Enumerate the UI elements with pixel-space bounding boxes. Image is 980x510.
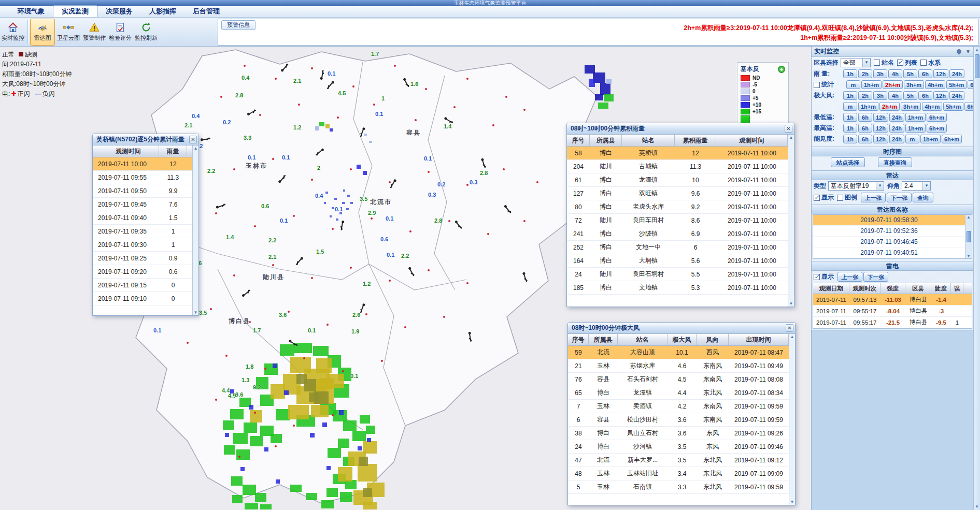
wind-range-button[interactable]: 3h (873, 91, 887, 100)
legend-expand-button[interactable]: + (778, 66, 785, 73)
window-scrollbar[interactable]: ▲▼ (192, 145, 198, 315)
close-icon[interactable]: ✕ (785, 125, 792, 133)
rain-range-button[interactable]: 24h (949, 69, 964, 78)
verification-score-button[interactable]: 检验评分 (108, 19, 133, 46)
menu-weather-modification[interactable]: 人影指挥 (141, 6, 184, 17)
wind-range-button[interactable]: 6h (918, 91, 932, 100)
visibility-range-button[interactable]: 24h (889, 135, 904, 143)
rain-auto-range-button[interactable]: 4h+m (925, 80, 945, 89)
tmax-range-button[interactable]: 1h (843, 124, 857, 133)
table-row[interactable]: 252博白 文地一中6 2019-07-11 10:00 (567, 241, 788, 254)
rain-range-button[interactable]: 5h (903, 69, 917, 78)
column-header[interactable]: 风向 (697, 334, 729, 345)
radar-image-item[interactable]: 2019-07-11 09:46:45 (813, 237, 965, 247)
tmin-range-button[interactable]: 1h (843, 113, 857, 122)
table-row[interactable]: 47北流 新丰大罗...3.5 东北风2019-07-11 09:12 (568, 454, 789, 467)
column-header[interactable]: 序号 (568, 334, 589, 345)
table-row[interactable]: 2019-07-11 09:401.5 (93, 211, 192, 225)
table-row[interactable]: 21玉林 苏烟水库4.6 东南风2019-07-11 09:49 (568, 359, 789, 373)
visibility-range-button[interactable]: 1h+m (920, 135, 941, 143)
column-header[interactable]: 区县 (905, 283, 931, 294)
warning-make-button[interactable]: 预警制作 (82, 19, 107, 46)
table-row[interactable]: 38博白 凤山立石村3.6 东风2019-07-11 09:26 (568, 427, 789, 440)
table-row[interactable]: 6容县 松山沙田村3.6 东南风2019-07-11 09:59 (568, 413, 789, 427)
rain-auto-range-button[interactable]: 2h+m (883, 80, 903, 89)
table-row[interactable]: 127博白 双旺镇9.6 2019-07-11 10:00 (567, 187, 788, 200)
table-row[interactable]: 2019-07-11 09:200.6 (93, 265, 192, 279)
radar-map-button[interactable]: 雷达图 (30, 19, 55, 46)
tmax-range-button[interactable]: 6h (858, 124, 872, 133)
tmax-range-button[interactable]: 12h (873, 124, 888, 133)
checkbox-radar-legend[interactable]: 图例 (837, 193, 857, 202)
wind-range-button[interactable]: 24h (949, 91, 964, 100)
tmax-range-button[interactable]: 24h (889, 124, 904, 133)
table-row[interactable]: 80博白 老虎头水库9.2 2019-07-11 10:00 (567, 200, 788, 214)
window-titlebar[interactable]: 08时~10时00分钟累积雨量 ✕ (567, 123, 794, 135)
table-row[interactable]: 24博白 沙河镇3.5 东风2019-07-11 09:46 (568, 440, 789, 454)
pin-icon[interactable] (956, 48, 962, 55)
satellite-cloud-button[interactable]: 卫星云图 (56, 19, 81, 46)
checkbox-radar-show[interactable]: 显示 (814, 193, 834, 202)
window-scrollbar[interactable]: ▲▼ (789, 334, 795, 505)
column-header[interactable]: 所属县 (589, 334, 618, 345)
tmin-range-button[interactable]: 12h (873, 113, 888, 122)
radar-query-button[interactable]: 查询 (913, 193, 933, 202)
table-row[interactable]: 2019-07-11 09:250.9 (93, 252, 192, 265)
tmin-range-button[interactable]: 24h (889, 113, 904, 122)
list-scrollbar[interactable]: ▲▼ (965, 215, 972, 258)
table-row[interactable]: 164博白 大垌镇5.6 2019-07-11 10:00 (567, 254, 788, 268)
table-row[interactable]: 61博白 龙潭镇10 2019-07-11 10:00 (567, 173, 788, 187)
table-row[interactable]: 241博白 沙陂镇6.9 2019-07-11 10:00 (567, 227, 788, 241)
checkbox-statistics[interactable]: 统计 (814, 80, 843, 89)
radar-elevation-select[interactable]: 2.4▾ (902, 181, 931, 191)
rain-auto-range-button[interactable]: m (846, 80, 860, 89)
timeseries-button[interactable]: 站点选择 (831, 157, 865, 167)
wind-auto-range-button[interactable]: 5h+m (943, 102, 963, 111)
menu-admin[interactable]: 后台管理 (184, 6, 228, 17)
rain-range-button[interactable]: 1h (843, 69, 857, 78)
radar-next-button[interactable]: 下一张 (887, 193, 912, 202)
table-row[interactable]: 59北流 大容山顶10.1 西风2019-07-11 08:47 (568, 346, 789, 359)
rain-range-button[interactable]: 4h (888, 69, 902, 78)
column-header[interactable]: 序号 (567, 135, 590, 146)
menu-environment[interactable]: 环境气象 (9, 6, 53, 17)
table-row[interactable]: 2019-07-11 09:457.6 (93, 198, 192, 211)
window-titlebar[interactable]: 英桥镇(N5702)逐5分钟累计雨量 ✕ (93, 134, 198, 145)
scroll-thumb[interactable] (967, 231, 971, 242)
table-row[interactable]: 2019-07-11 10:0012 (93, 157, 192, 171)
table-row[interactable]: 185博白 文地镇5.3 2019-07-11 10:00 (567, 281, 788, 295)
visibility-range-button[interactable]: m (905, 135, 919, 143)
visibility-range-button[interactable]: 12h (873, 135, 888, 143)
wind-range-button[interactable]: 5h (903, 91, 917, 100)
column-header[interactable]: 观测时间 (93, 145, 159, 157)
radar-image-item[interactable]: 2019-07-11 09:52:36 (813, 226, 965, 237)
table-row[interactable]: 65博白 龙潭镇4.4 东北风2019-07-11 08:34 (568, 386, 789, 400)
checkbox-list[interactable]: 列表 (897, 59, 917, 67)
close-icon[interactable]: ✕ (189, 136, 197, 143)
table-row[interactable]: 5玉林 石南镇3.3 东北风2019-07-11 09:59 (568, 480, 789, 494)
table-row[interactable]: 58博白 英桥镇12 2019-07-11 10:00 (567, 147, 788, 160)
district-select[interactable]: 全部▾ (841, 58, 871, 67)
wind-range-button[interactable]: 12h (933, 91, 948, 100)
column-header[interactable]: 站名 (618, 334, 667, 345)
table-row[interactable]: 204陆川 古城镇11.3 2019-07-11 10:00 (567, 160, 788, 173)
checkbox-lightning-show[interactable]: 显示 (814, 272, 834, 281)
rain-range-button[interactable]: 3h (873, 69, 887, 78)
visibility-range-button[interactable]: 6h+m (942, 135, 962, 143)
timeseries-button[interactable]: 直接查询 (878, 157, 912, 167)
lightning-next-button[interactable]: 下一张 (863, 272, 888, 282)
column-header[interactable]: 观测时间 (716, 135, 788, 146)
radar-type-select[interactable]: 基本反射率19▾ (828, 181, 884, 191)
lightning-prev-button[interactable]: 上一张 (837, 272, 862, 282)
column-header[interactable]: 强度 (880, 283, 905, 294)
rain-range-button[interactable]: 6h (918, 69, 932, 78)
collapse-icon[interactable]: ▼ (965, 49, 971, 54)
column-header[interactable]: 雨量 (159, 145, 187, 157)
tmin-range-button[interactable]: 1h+m (905, 113, 926, 122)
alert-info-tab[interactable]: 预警信息 (221, 20, 255, 30)
wind-auto-range-button[interactable]: 3h+m (901, 102, 921, 111)
rain-range-button[interactable]: 12h (933, 69, 948, 78)
column-header[interactable]: 观测日期 (813, 283, 849, 294)
tmax-range-button[interactable]: 6h+m (927, 124, 947, 133)
window-titlebar[interactable]: 08时~10时00分钟极大风 ✕ (568, 323, 795, 334)
